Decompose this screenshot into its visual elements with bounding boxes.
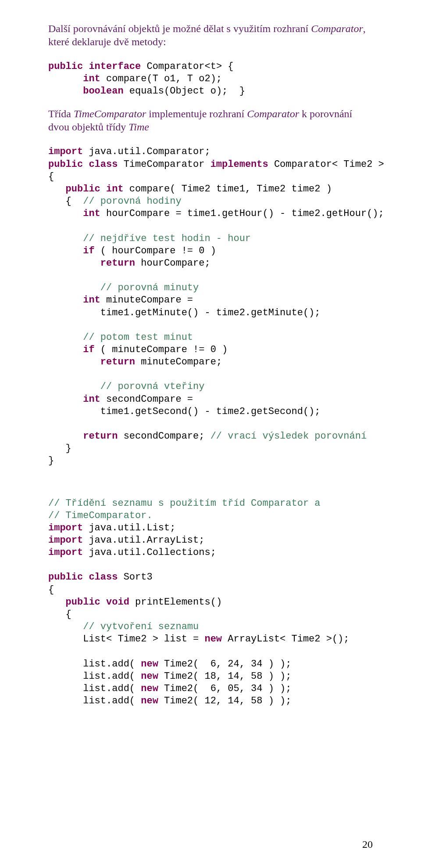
text: minuteCompare; — [135, 357, 222, 367]
kw: public — [48, 572, 83, 583]
text: java.util.Collections; — [83, 547, 216, 558]
term-comparator: Comparator — [311, 23, 363, 34]
text: Další porovnávání objektů je možné dělat… — [48, 23, 311, 34]
text: Time2( 6, 05, 34 ) ); — [158, 683, 292, 694]
code-block-timecomparator: import java.util.Comparator; public clas… — [48, 146, 373, 467]
document-page: Další porovnávání objektů je možné dělat… — [0, 0, 421, 868]
comment: // Třídění seznamu s použitím tříd Compa… — [48, 498, 321, 509]
text: } — [48, 443, 71, 454]
kw: class — [83, 572, 118, 583]
text: { — [48, 171, 54, 182]
term-timecomparator: TimeComparator — [74, 108, 146, 119]
kw: int — [48, 394, 100, 405]
kw: interface — [83, 61, 141, 72]
text: { — [48, 584, 54, 595]
text: java.util.Comparator; — [83, 146, 210, 157]
comment: // vrací výsledek porovnání — [210, 431, 367, 442]
comment: // TimeComparator. — [48, 510, 153, 521]
text: list.add( — [48, 671, 141, 682]
comment: // porovná hodiny — [83, 196, 181, 207]
kw: return — [48, 431, 118, 442]
text: minuteCompare = — [100, 295, 193, 306]
term-time: Time — [128, 121, 149, 133]
text: Time2( 12, 14, 58 ) ); — [158, 695, 292, 706]
text: list.add( — [48, 683, 141, 694]
kw: public — [48, 61, 83, 72]
text: secondCompare = — [100, 394, 193, 405]
text: ArrayList< Time2 >(); — [222, 634, 349, 645]
kw: new — [204, 634, 222, 645]
text: Třída — [48, 108, 74, 119]
comment: // nejdříve test hodin - hour — [48, 233, 251, 244]
kw: class — [83, 159, 118, 170]
text: Comparator<t> { — [141, 61, 233, 72]
term-comparator: Comparator — [247, 108, 299, 119]
text: ( minuteCompare != 0 ) — [95, 344, 228, 355]
comment: // potom test minut — [48, 332, 193, 343]
text: } — [48, 455, 54, 466]
kw: if — [48, 344, 95, 355]
kw: implements — [210, 159, 268, 170]
text: list.add( — [48, 659, 141, 670]
kw: int — [100, 184, 124, 194]
text: { — [48, 196, 83, 207]
text: equals(Object o); } — [124, 86, 245, 97]
text: time1.getSecond() - time2.getSecond(); — [48, 406, 321, 417]
kw: int — [48, 208, 100, 219]
kw: if — [48, 245, 95, 256]
text: compare(T o1, T o2); — [100, 73, 222, 84]
text: Comparator< Time2 > — [268, 159, 384, 170]
comment: // porovná minuty — [48, 282, 199, 293]
text: { — [48, 609, 71, 620]
text: hourCompare = time1.getHour() - time2.ge… — [100, 208, 384, 219]
text: ( hourCompare != 0 ) — [95, 245, 216, 256]
text: implementuje rozhraní — [146, 108, 247, 119]
page-number: 20 — [362, 839, 373, 850]
text: Sort3 — [118, 572, 152, 583]
text: java.util.List; — [83, 522, 175, 533]
intro-paragraph-2: Třída TimeComparator implementuje rozhra… — [48, 107, 373, 133]
kw: return — [48, 357, 135, 367]
kw: import — [48, 547, 83, 558]
kw: public — [48, 159, 83, 170]
text: Time2( 6, 24, 34 ) ); — [158, 659, 292, 670]
comment: // vytvoření seznamu — [48, 621, 199, 632]
intro-paragraph-1: Další porovnávání objektů je možné dělat… — [48, 22, 373, 48]
code-block-interface: public interface Comparator<t> { int com… — [48, 61, 373, 97]
text: hourCompare; — [135, 258, 210, 269]
kw: boolean — [48, 86, 124, 97]
kw: new — [141, 683, 158, 694]
text: time1.getMinute() - time2.getMinute(); — [48, 307, 321, 318]
kw: int — [48, 295, 100, 306]
code-block-sort3: // Třídění seznamu s použitím tříd Compa… — [48, 497, 373, 708]
text: List< Time2 > list = — [48, 634, 204, 645]
comment: // porovná vteřiny — [48, 381, 204, 392]
text: printElements() — [129, 597, 222, 608]
kw: new — [141, 695, 158, 706]
text: TimeComparator — [118, 159, 210, 170]
kw: new — [141, 659, 158, 670]
kw: import — [48, 146, 83, 157]
kw: new — [141, 671, 158, 682]
kw: import — [48, 522, 83, 533]
kw: return — [48, 258, 135, 269]
kw: void — [100, 597, 129, 608]
kw: int — [48, 73, 100, 84]
text: java.util.ArrayList; — [83, 535, 204, 546]
text: compare( Time2 time1, Time2 time2 ) — [124, 184, 332, 194]
text: Time2( 18, 14, 58 ) ); — [158, 671, 292, 682]
text: secondCompare; — [118, 431, 210, 442]
kw: public — [48, 184, 100, 194]
text: list.add( — [48, 695, 141, 706]
kw: public — [48, 597, 100, 608]
kw: import — [48, 535, 83, 546]
